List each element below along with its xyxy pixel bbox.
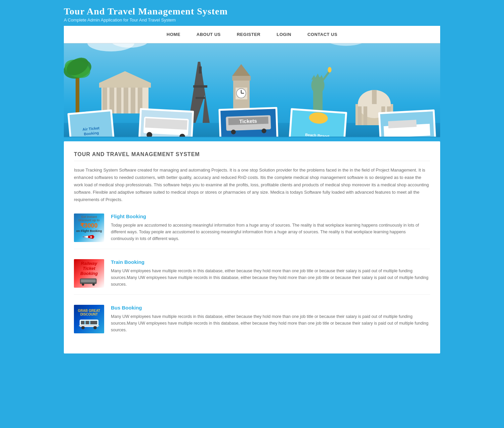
navigation: HOME ABOUT US REGISTER LOGIN CONTACT US: [64, 26, 440, 43]
svg-rect-14: [102, 88, 107, 113]
svg-rect-81: [90, 236, 92, 238]
svg-rect-17: [124, 88, 128, 113]
banner: Air Ticket Booking Bus Ticket Booking Ti…: [64, 43, 440, 137]
bus-description: Many UW employees have multiple records …: [111, 313, 430, 333]
bus-icon: [79, 318, 99, 330]
train-booking-image: Railway Ticket Booking: [74, 259, 104, 288]
nav-contact[interactable]: CONTACT US: [299, 26, 345, 43]
svg-rect-16: [117, 88, 121, 113]
svg-rect-43: [358, 106, 362, 125]
service-bus: GRAB GREAT DISCOUNT Bus Booking Many UW …: [74, 305, 430, 340]
site-title: Tour And Travel Management System: [64, 6, 497, 17]
train-title[interactable]: Train Booking: [111, 259, 430, 265]
svg-rect-42: [372, 90, 377, 104]
main-content: TOUR AND TRAVEL MANAGEMENT SYSTEM Issue …: [64, 141, 440, 353]
main-section-title: TOUR AND TRAVEL MANAGEMENT SYSTEM: [74, 151, 430, 161]
train-description: Many UW employees have multiple records …: [111, 268, 430, 288]
bus-service-content: Bus Booking Many UW employees have multi…: [111, 305, 430, 333]
svg-rect-13: [99, 83, 151, 88]
svg-rect-26: [232, 76, 251, 81]
svg-rect-23: [196, 97, 205, 99]
svg-rect-22: [193, 85, 207, 88]
svg-point-92: [81, 326, 85, 329]
svg-rect-18: [131, 88, 135, 113]
banner-illustration: Air Ticket Booking Bus Ticket Booking Ti…: [64, 43, 440, 137]
svg-point-85: [92, 283, 95, 286]
header: Tour And Travel Management System A Comp…: [0, 0, 504, 26]
svg-point-38: [328, 67, 331, 73]
intro-text: Issue Tracking System Software created f…: [74, 167, 430, 203]
flight-description: Today people are accustomed to accessing…: [111, 222, 430, 242]
flight-booking-image: Get Instant Discount up to ₹3000 on Flig…: [74, 213, 104, 242]
svg-rect-91: [94, 321, 97, 324]
service-train: Railway Ticket Booking Train Booking Man…: [74, 259, 430, 295]
nav-about[interactable]: ABOUT US: [188, 26, 229, 43]
svg-rect-77: [388, 120, 417, 128]
train-service-content: Train Booking Many UW employees have mul…: [111, 259, 430, 288]
nav-register[interactable]: REGISTER: [229, 26, 268, 43]
svg-rect-88: [81, 321, 84, 324]
site-subtitle: A Complete Admin Application for Tour An…: [64, 17, 497, 22]
svg-rect-89: [86, 321, 89, 324]
svg-marker-80: [84, 236, 88, 238]
svg-text:Tickets: Tickets: [239, 118, 257, 124]
flight-title[interactable]: Flight Booking: [111, 213, 430, 219]
svg-rect-83: [81, 280, 96, 283]
svg-rect-94: [79, 325, 99, 326]
svg-rect-44: [364, 106, 367, 125]
svg-rect-24: [199, 66, 202, 74]
nav-home[interactable]: HOME: [159, 26, 188, 43]
service-flight: Get Instant Discount up to ₹3000 on Flig…: [74, 213, 430, 249]
svg-point-93: [93, 326, 97, 329]
bus-booking-image: GRAB GREAT DISCOUNT: [74, 305, 104, 333]
nav-login[interactable]: LOGIN: [268, 26, 299, 43]
plane-icon: [81, 234, 97, 240]
svg-point-84: [82, 283, 84, 286]
svg-rect-90: [90, 321, 94, 324]
train-icon: [79, 277, 99, 286]
flight-service-content: Flight Booking Today people are accustom…: [111, 213, 430, 242]
bus-title[interactable]: Bus Booking: [111, 305, 430, 311]
